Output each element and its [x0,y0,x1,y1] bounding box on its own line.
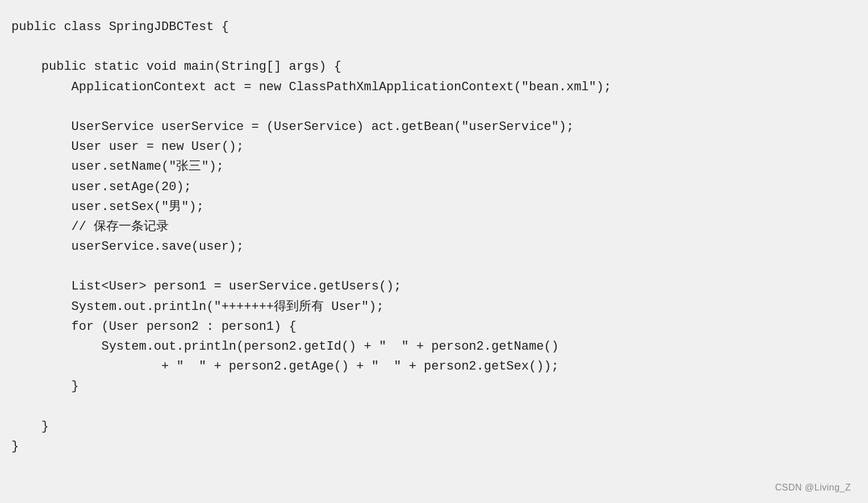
watermark: CSDN @Living_Z [775,483,852,493]
code-container: public class SpringJDBCTest { public sta… [0,0,868,503]
code-block: public class SpringJDBCTest { public sta… [11,17,857,456]
